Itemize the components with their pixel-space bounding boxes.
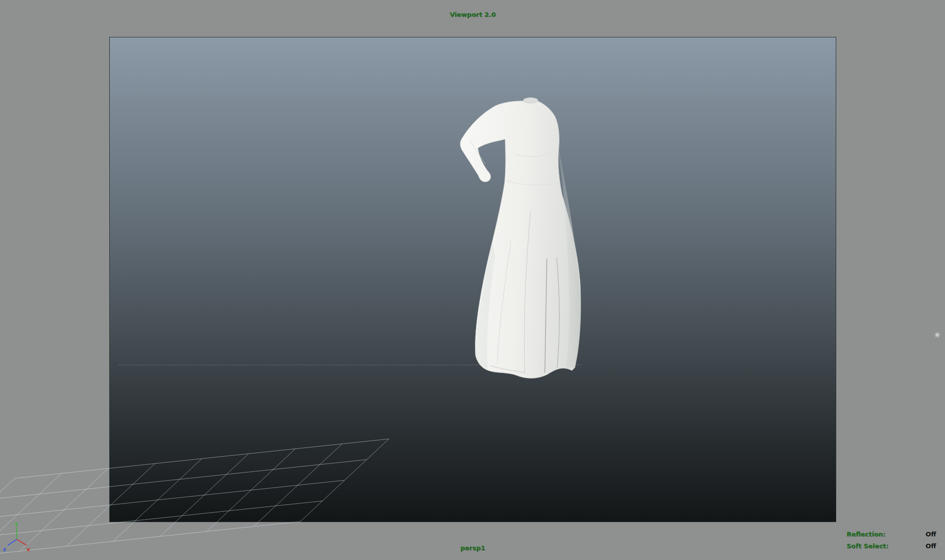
viewport-title: Viewport 2.0	[109, 11, 836, 18]
viewport-canvas[interactable]	[109, 37, 836, 522]
neck-opening	[523, 98, 538, 103]
reflection-label: Reflection:	[847, 530, 885, 538]
axis-gizmo: y z x	[2, 521, 36, 558]
reflection-indicator: Reflection: Off	[847, 530, 936, 538]
axis-x-line	[17, 539, 27, 545]
axis-z-line	[8, 539, 17, 545]
hud-indicators: Reflection: Off Soft Select: Off	[847, 530, 936, 554]
reflection-value: Off	[925, 530, 936, 538]
dress-model[interactable]	[456, 94, 594, 384]
viewport-sun-icon: ✳	[934, 331, 941, 340]
camera-label: persp1	[109, 544, 836, 552]
soft-select-label: Soft Select:	[847, 542, 888, 550]
maya-ui: { "hud": { "viewport_label": "Viewport 2…	[0, 0, 945, 560]
axis-z-label: z	[3, 546, 6, 553]
soft-select-indicator: Soft Select: Off	[847, 542, 936, 550]
axis-y-label: y	[15, 521, 18, 527]
axis-x-label: x	[27, 546, 30, 553]
soft-select-value: Off	[925, 542, 936, 550]
